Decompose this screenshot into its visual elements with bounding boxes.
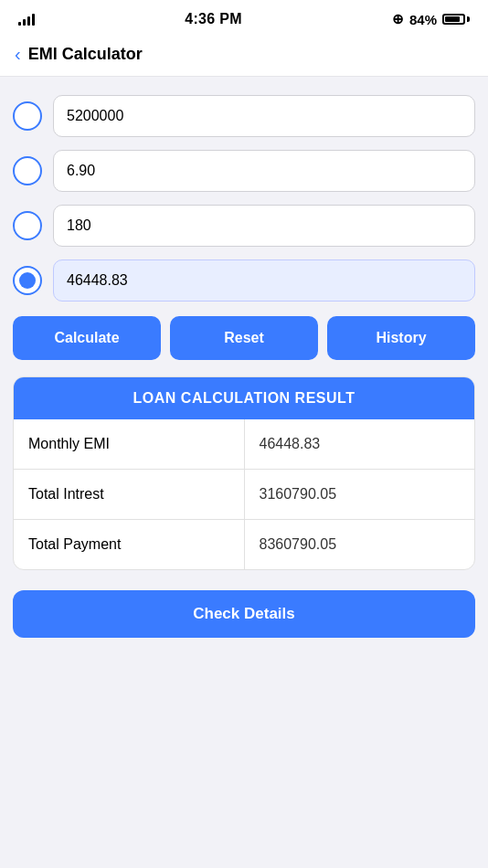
main-content: Calculate Reset History LOAN CALCULATION… xyxy=(0,77,488,656)
result-label: Total Payment xyxy=(14,520,244,570)
loan-amount-input[interactable] xyxy=(53,95,475,137)
status-left xyxy=(18,13,35,26)
table-row: Monthly EMI 46448.83 xyxy=(14,419,474,470)
status-bar: 4:36 PM ⊕ 84% xyxy=(0,0,488,35)
interest-rate-row xyxy=(13,150,475,192)
signal-icon xyxy=(18,13,35,26)
check-details-button[interactable]: Check Details xyxy=(13,590,475,638)
battery-icon xyxy=(442,14,470,25)
tenure-radio[interactable] xyxy=(13,211,42,240)
result-section: LOAN CALCULATION RESULT Monthly EMI 4644… xyxy=(13,376,475,570)
location-icon: ⊕ xyxy=(392,11,404,27)
header: ‹ EMI Calculator xyxy=(0,35,488,77)
battery-percent: 84% xyxy=(409,12,437,27)
emi-result-row xyxy=(13,259,475,302)
result-label: Monthly EMI xyxy=(14,419,244,470)
result-value: 8360790.05 xyxy=(244,520,474,570)
reset-button[interactable]: Reset xyxy=(170,316,318,360)
interest-rate-input[interactable] xyxy=(53,150,475,192)
tenure-input[interactable] xyxy=(53,205,475,247)
action-buttons: Calculate Reset History xyxy=(13,316,475,360)
loan-amount-radio[interactable] xyxy=(13,101,42,131)
interest-rate-radio[interactable] xyxy=(13,156,42,185)
calculate-button[interactable]: Calculate xyxy=(13,316,161,360)
status-time: 4:36 PM xyxy=(185,11,242,27)
table-row: Total Intrest 3160790.05 xyxy=(14,470,474,520)
result-table: Monthly EMI 46448.83 Total Intrest 31607… xyxy=(14,419,474,569)
table-row: Total Payment 8360790.05 xyxy=(14,520,474,570)
result-value: 3160790.05 xyxy=(244,470,474,520)
status-right: ⊕ 84% xyxy=(392,11,470,27)
result-label: Total Intrest xyxy=(14,470,244,520)
emi-result-input[interactable] xyxy=(53,259,475,302)
back-button[interactable]: ‹ xyxy=(15,44,23,65)
tenure-row xyxy=(13,205,475,247)
result-header: LOAN CALCULATION RESULT xyxy=(14,377,474,419)
history-button[interactable]: History xyxy=(327,316,475,360)
back-chevron-icon: ‹ xyxy=(15,44,21,65)
page-title: EMI Calculator xyxy=(28,45,143,64)
loan-amount-row xyxy=(13,95,475,137)
result-value: 46448.83 xyxy=(244,419,474,470)
emi-result-radio[interactable] xyxy=(13,266,42,295)
